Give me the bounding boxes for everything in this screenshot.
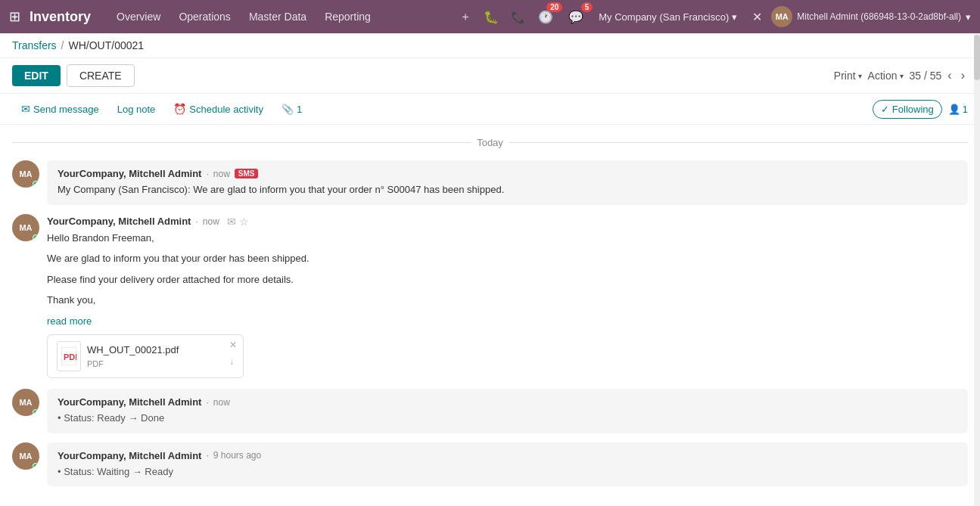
message-email: MA YourCompany, Mitchell Admint · now ✉ … xyxy=(12,214,968,380)
page-scrollbar[interactable] xyxy=(974,33,980,506)
log-note-action[interactable]: Log note xyxy=(108,99,165,120)
print-dropdown-icon: ▾ xyxy=(858,72,862,80)
status1-body: • Status: Ready → Done xyxy=(58,411,957,426)
sms-bubble: YourCompany, Mitchell Admint · now SMS M… xyxy=(47,160,968,205)
schedule-icon: ⏰ xyxy=(173,103,186,115)
print-button[interactable]: Print ▾ xyxy=(834,70,862,82)
app-name: Inventory xyxy=(30,9,91,25)
email-time-value: now xyxy=(203,216,219,227)
schedule-activity-action[interactable]: ⏰ Schedule activity xyxy=(164,98,272,120)
attachment-download[interactable]: ↓ xyxy=(229,355,237,368)
attachment-action[interactable]: 📎 1 xyxy=(272,99,311,120)
email-icons: ✉ ☆ xyxy=(227,216,249,228)
svg-text:PDF: PDF xyxy=(64,352,76,362)
status1-bubble: YourCompany, Mitchell Admint · now • Sta… xyxy=(47,389,968,433)
attachment-actions: ✕ ↓ xyxy=(229,338,237,368)
company-selector[interactable]: My Company (San Francisco) ▾ xyxy=(593,11,743,23)
status1-author: YourCompany, Mitchell Admint xyxy=(58,396,201,408)
bug-icon[interactable]: 🐛 xyxy=(481,7,502,27)
status2-header: YourCompany, Mitchell Admint · 9 hours a… xyxy=(58,450,957,461)
avatar-status1: MA xyxy=(12,389,39,416)
follower-count[interactable]: 👤 1 xyxy=(948,104,968,115)
print-label: Print xyxy=(834,70,856,82)
breadcrumb-current: WH/OUT/00021 xyxy=(69,39,145,51)
status2-bubble: YourCompany, Mitchell Admint · 9 hours a… xyxy=(47,442,968,487)
status1-time: · xyxy=(206,397,208,408)
email-greeting: Hello Brandon Freeman, xyxy=(47,231,968,246)
company-name: My Company (San Francisco) xyxy=(599,11,729,23)
attachment-close[interactable]: ✕ xyxy=(229,338,237,352)
online-indicator-email xyxy=(33,234,39,241)
email-header: YourCompany, Mitchell Admint · now ✉ ☆ xyxy=(47,216,968,228)
online-indicator-status1 xyxy=(33,409,39,415)
action-button[interactable]: Action ▾ xyxy=(868,70,904,82)
sms-badge: SMS xyxy=(235,169,259,178)
attachment-type: PDF xyxy=(87,358,179,371)
message-status-2: MA YourCompany, Mitchell Admint · 9 hour… xyxy=(12,442,968,487)
attachment-name: WH_OUT_00021.pdf xyxy=(87,343,179,358)
status2-body: • Status: Waiting → Ready xyxy=(58,464,957,480)
pagination-prev[interactable]: ‹ xyxy=(944,67,954,84)
avatar-status2: MA xyxy=(12,442,39,470)
breadcrumb: Transfers / WH/OUT/00021 xyxy=(0,33,980,58)
sms-header: YourCompany, Mitchell Admint · now SMS xyxy=(58,168,957,179)
checkmark-icon: ✓ xyxy=(881,104,889,115)
attachment-info: WH_OUT_00021.pdf PDF xyxy=(87,343,179,370)
nav-operations[interactable]: Operations xyxy=(171,8,238,26)
status2-time-value: 9 hours ago xyxy=(213,450,261,461)
attachment-count: 1 xyxy=(297,104,302,115)
create-button[interactable]: CREATE xyxy=(67,64,135,87)
email-para3: Thank you, xyxy=(47,293,968,308)
message-status-1: MA YourCompany, Mitchell Admint · now • … xyxy=(12,389,968,433)
date-divider: Today xyxy=(12,137,968,148)
pagination: 35 / 55 ‹ › xyxy=(910,67,968,84)
message-sms: MA YourCompany, Mitchell Admint · now SM… xyxy=(12,160,968,205)
action-dropdown-icon: ▾ xyxy=(900,72,904,80)
email-time: · xyxy=(195,216,198,227)
breadcrumb-parent[interactable]: Transfers xyxy=(12,39,57,51)
company-dropdown-icon: ▾ xyxy=(732,11,737,23)
star-icon[interactable]: ☆ xyxy=(239,216,249,228)
sms-author: YourCompany, Mitchell Admint xyxy=(58,168,201,179)
email-para2: Please find your delivery order attached… xyxy=(47,272,968,287)
email-author: YourCompany, Mitchell Admint xyxy=(47,216,191,227)
email-bubble: YourCompany, Mitchell Admint · now ✉ ☆ H… xyxy=(47,214,968,380)
navbar-icons: ＋ 🐛 📞 🕐 20 💬 5 My Company (San Francisco… xyxy=(456,6,971,28)
user-name: Mitchell Admint (686948-13-0-2ad8bf-all) xyxy=(797,11,961,22)
status1-time-value: now xyxy=(213,397,230,408)
following-label: Following xyxy=(892,104,934,115)
avatar-email: MA xyxy=(12,214,39,241)
action-bar: EDIT CREATE Print ▾ Action ▾ 35 / 55 ‹ › xyxy=(0,58,980,94)
nav-links: Overview Operations Master Data Reportin… xyxy=(109,8,456,26)
online-indicator xyxy=(33,181,39,187)
follower-count-value: 1 xyxy=(963,104,968,115)
nav-reporting[interactable]: Reporting xyxy=(317,8,378,26)
grid-icon[interactable]: ⊞ xyxy=(9,8,20,25)
action-label: Action xyxy=(868,70,898,82)
user-dropdown-icon: ▾ xyxy=(966,11,971,23)
pdf-attachment[interactable]: PDF WH_OUT_00021.pdf PDF ✕ ↓ xyxy=(47,334,244,378)
date-label: Today xyxy=(477,137,503,148)
send-message-action[interactable]: ✉ Send message xyxy=(12,98,108,120)
chat-badge-count: 5 xyxy=(581,2,593,12)
nav-overview[interactable]: Overview xyxy=(109,8,168,26)
status1-item: • Status: Ready → Done xyxy=(58,412,164,424)
following-button[interactable]: ✓ Following xyxy=(873,100,942,119)
pagination-next[interactable]: › xyxy=(958,67,968,84)
status2-time: · xyxy=(206,450,208,461)
clock-badge-wrap[interactable]: 🕐 20 xyxy=(535,7,556,27)
user-menu[interactable]: MA Mitchell Admint (686948-13-0-2ad8bf-a… xyxy=(771,6,971,27)
sms-time: · xyxy=(206,169,208,179)
email-icon[interactable]: ✉ xyxy=(227,216,236,228)
read-more-link[interactable]: read more xyxy=(47,315,92,327)
chat-badge-wrap[interactable]: 💬 5 xyxy=(565,7,586,27)
phone-icon[interactable]: 📞 xyxy=(508,7,529,27)
scrollbar-thumb xyxy=(974,35,980,80)
send-message-label: Send message xyxy=(33,104,99,115)
paperclip-icon: 📎 xyxy=(282,104,294,115)
close-icon[interactable]: ✕ xyxy=(749,7,765,27)
nav-master-data[interactable]: Master Data xyxy=(241,8,314,26)
edit-button[interactable]: EDIT xyxy=(12,65,61,86)
plus-icon[interactable]: ＋ xyxy=(456,6,474,28)
sms-body: My Company (San Francisco): We are glad … xyxy=(58,182,957,197)
